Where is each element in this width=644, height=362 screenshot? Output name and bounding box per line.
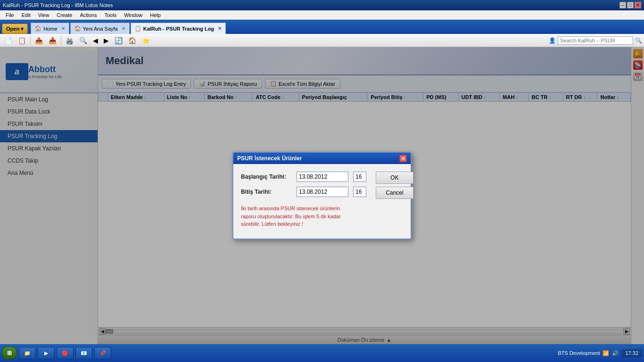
toolbar-forward[interactable]: ▶ xyxy=(101,35,111,46)
modal-content: Başlangıç Tarihi: Bitiş Tarihi: İki tari… xyxy=(233,164,411,239)
toolbar-sep-1 xyxy=(30,36,31,45)
taskbar-app-mail[interactable]: 📧 xyxy=(75,347,92,359)
title-bar-controls: ─ □ ✕ xyxy=(619,2,641,8)
toolbar-search-area: 👤 🔍 xyxy=(549,36,642,45)
toolbar-copy[interactable]: 📤 xyxy=(33,35,45,46)
close-button[interactable]: ✕ xyxy=(635,2,641,8)
menu-create[interactable]: Create xyxy=(53,11,76,19)
menu-view[interactable]: View xyxy=(34,11,53,19)
tab-bar: Open ▾ 🏠 Home ✕ 🏠 Yeni Ana Sayfa ✕ 📋 Kal… xyxy=(0,20,644,34)
taskbar: ⊞ 📁 ▶ 🔴 📧 📌 BTS Development 📶 🔊 17:32 xyxy=(0,344,644,362)
home-tab-label: Home xyxy=(43,26,57,32)
bitis-date-input[interactable] xyxy=(297,187,348,197)
tab-psur-tracking-log[interactable]: 📋 KalRuh - PSUR Tracking Log ✕ xyxy=(131,23,226,34)
menu-help[interactable]: Help xyxy=(146,11,165,19)
main-area: a Abbott A Promise for Life PSUR Main Lo… xyxy=(0,47,644,344)
toolbar-bookmark[interactable]: ⭐ xyxy=(140,35,152,46)
search-icon[interactable]: 🔍 xyxy=(635,37,642,44)
baslangic-date-input[interactable] xyxy=(297,172,348,182)
menu-edit[interactable]: Edit xyxy=(18,11,34,19)
modal-dialog: PSUR İstenecek Ürünler ✕ Başlangıç Tarih… xyxy=(232,152,412,239)
toolbar-refresh[interactable]: 🔄 xyxy=(112,35,125,46)
title-bar-text: KalRuh - PSUR Tracking Log - IBM Lotus N… xyxy=(3,2,113,8)
open-button[interactable]: Open ▾ xyxy=(2,24,28,34)
search-input[interactable] xyxy=(558,36,633,45)
modal-title: PSUR İstenecek Ürünler xyxy=(237,155,302,162)
menu-actions[interactable]: Actions xyxy=(76,11,100,19)
menu-tools[interactable]: Tools xyxy=(100,11,120,19)
psur-tracking-label: KalRuh - PSUR Tracking Log xyxy=(143,26,214,32)
modal-ok-button[interactable]: OK xyxy=(376,172,413,184)
home-tab-icon: 🏠 xyxy=(35,25,41,32)
bitis-row: Bitiş Tarihi: xyxy=(241,187,366,197)
title-bar-title: KalRuh - PSUR Tracking Log - IBM Lotus N… xyxy=(3,2,113,8)
taskbar-app-red[interactable]: 🔴 xyxy=(57,347,74,359)
tab-yeni-ana-sayfa[interactable]: 🏠 Yeni Ana Sayfa ✕ xyxy=(70,23,130,34)
toolbar-back[interactable]: ◀ xyxy=(91,35,100,46)
psur-tracking-close[interactable]: ✕ xyxy=(218,26,222,31)
yeni-ana-sayfa-close[interactable]: ✕ xyxy=(122,26,125,31)
modal-title-bar: PSUR İstenecek Ürünler ✕ xyxy=(233,153,411,164)
toolbar-print[interactable]: 🖨️ xyxy=(63,35,76,46)
psur-tracking-icon: 📋 xyxy=(135,25,141,32)
toolbar: 📄 📋 📤 📥 🖨️ 🔍 ◀ ▶ 🔄 🏠 ⭐ 👤 🔍 xyxy=(0,34,644,47)
modal-close-button[interactable]: ✕ xyxy=(399,155,407,162)
title-bar: KalRuh - PSUR Tracking Log - IBM Lotus N… xyxy=(0,0,644,10)
yeni-ana-sayfa-label: Yeni Ana Sayfa xyxy=(83,26,118,32)
toolbar-new[interactable]: 📄 xyxy=(2,35,15,46)
menu-file[interactable]: File xyxy=(2,11,18,19)
taskbar-time: 17:32 xyxy=(621,349,642,357)
minimize-button[interactable]: ─ xyxy=(619,2,626,8)
modal-form-buttons: Başlangıç Tarihi: Bitiş Tarihi: İki tari… xyxy=(241,172,403,231)
toolbar-sep-2 xyxy=(61,36,61,45)
bitis-time-input[interactable] xyxy=(353,187,366,197)
menu-bar: File Edit View Create Actions Tools Wind… xyxy=(0,10,644,20)
toolbar-properties[interactable]: 📋 xyxy=(16,35,28,46)
modal-info: İki tarih arasında PSUR istenecek ürünle… xyxy=(241,202,366,231)
taskbar-dev-label: BTS Development xyxy=(558,350,600,356)
toolbar-search[interactable]: 🔍 xyxy=(77,35,90,46)
toolbar-paste[interactable]: 📥 xyxy=(46,35,59,46)
taskbar-right: BTS Development 📶 🔊 17:32 xyxy=(558,349,642,357)
modal-action-buttons: OK Cancel xyxy=(376,172,413,231)
yeni-ana-sayfa-icon: 🏠 xyxy=(74,25,81,32)
toolbar-home[interactable]: 🏠 xyxy=(126,35,139,46)
modal-overlay: PSUR İstenecek Ürünler ✕ Başlangıç Tarih… xyxy=(0,47,644,344)
modal-form: Başlangıç Tarihi: Bitiş Tarihi: İki tari… xyxy=(241,172,366,231)
taskbar-app-play[interactable]: ▶ xyxy=(38,347,55,359)
menu-window[interactable]: Window xyxy=(120,11,146,19)
baslangic-label: Başlangıç Tarihi: xyxy=(241,173,293,180)
taskbar-network-icon: 📶 xyxy=(603,350,609,356)
person-icon: 👤 xyxy=(549,37,556,44)
baslangic-time-input[interactable] xyxy=(353,172,366,182)
bitis-label: Bitiş Tarihi: xyxy=(241,189,293,195)
baslangic-row: Başlangıç Tarihi: xyxy=(241,172,366,182)
tab-home[interactable]: 🏠 Home ✕ xyxy=(31,23,69,34)
modal-cancel-button[interactable]: Cancel xyxy=(376,187,413,199)
start-button[interactable]: ⊞ xyxy=(2,346,17,360)
taskbar-app-pin[interactable]: 📌 xyxy=(94,347,111,359)
taskbar-app-folder[interactable]: 📁 xyxy=(19,347,36,359)
taskbar-sound-icon: 🔊 xyxy=(612,350,619,356)
home-tab-close[interactable]: ✕ xyxy=(61,26,65,31)
maximize-button[interactable]: □ xyxy=(627,2,634,8)
